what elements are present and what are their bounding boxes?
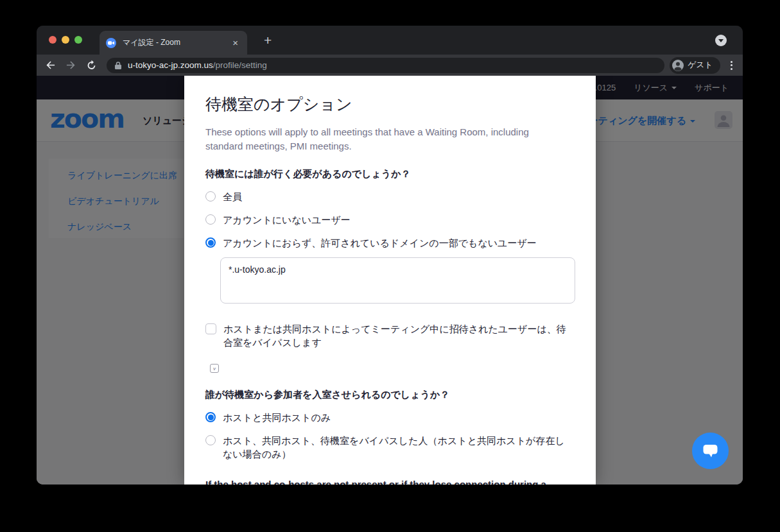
dialog-description: These options will apply to all meetings… — [205, 125, 555, 153]
radio-icon[interactable] — [205, 435, 216, 445]
radio-option-users-not-in-allowed-domains[interactable]: アカウントにおらず、許可されているドメインの一部でもないユーザー — [205, 236, 575, 250]
window-controls — [49, 36, 82, 44]
tab-title: マイ設定 - Zoom — [123, 37, 230, 48]
question-who-admits-participants: 誰が待機室から参加者を入室させられるのでしょうか？ — [205, 389, 575, 401]
radio-icon[interactable] — [205, 214, 216, 225]
checkbox-label: ホストまたは共同ホストによってミーティング中に招待されたユーザーは、待合室をバイ… — [223, 322, 575, 349]
radio-option-host-cohosts-bypassers[interactable]: ホスト、共同ホスト、待機室をバイパスした人（ホストと共同ホストが存在しない場合の… — [205, 434, 575, 461]
chat-bubble-icon — [702, 443, 718, 458]
address-bar[interactable]: u-tokyo-ac-jp.zoom.us/profile/setting — [107, 58, 664, 73]
url-path: /profile/setting — [213, 60, 267, 70]
guest-avatar-icon — [672, 60, 684, 71]
lock-icon — [114, 61, 122, 70]
tab-search-button[interactable] — [715, 35, 727, 46]
back-arrow-icon — [45, 60, 56, 71]
radio-label: 全員 — [223, 190, 242, 203]
browser-toolbar: u-tokyo-ac-jp.zoom.us/profile/setting ゲス… — [37, 55, 743, 76]
minimize-window-button[interactable] — [62, 36, 69, 44]
new-tab-button[interactable]: + — [260, 31, 275, 49]
radio-option-users-not-in-account[interactable]: アカウントにいないユーザー — [205, 213, 575, 227]
fullscreen-window-button[interactable] — [74, 36, 82, 44]
close-window-button[interactable] — [49, 36, 56, 44]
radio-option-host-and-cohosts-only[interactable]: ホストと共同ホストのみ — [205, 411, 575, 424]
reload-icon — [86, 60, 97, 71]
waiting-room-options-dialog: 待機室のオプション These options will apply to al… — [184, 76, 596, 485]
broken-image-icon: v — [210, 364, 219, 373]
tab-strip: マイ設定 - Zoom × + — [37, 26, 743, 55]
radio-label: ホスト、共同ホスト、待機室をバイパスした人（ホストと共同ホストが存在しない場合の… — [223, 434, 575, 461]
tab-close-icon[interactable]: × — [230, 37, 241, 49]
reload-button[interactable] — [81, 56, 101, 74]
radio-option-everyone[interactable]: 全員 — [205, 190, 575, 203]
zoom-favicon-icon — [106, 38, 116, 48]
radio-label: ホストと共同ホストのみ — [223, 411, 331, 424]
forward-arrow-icon — [65, 60, 76, 71]
page-content: 88.799.0125 リソース サポート zoom ソリューシ ミーティングを… — [37, 76, 743, 485]
bypass-waiting-room-checkbox-row[interactable]: ホストまたは共同ホストによってミーティング中に招待されたユーザーは、待合室をバイ… — [205, 322, 575, 349]
dialog-title: 待機室のオプション — [205, 94, 575, 115]
back-button[interactable] — [40, 56, 60, 74]
profile-chip[interactable]: ゲスト — [670, 57, 720, 74]
checkbox-icon[interactable] — [205, 323, 216, 334]
host-absent-heading: If the host and co-hosts are not present… — [205, 479, 575, 485]
radio-label: アカウントにいないユーザー — [223, 213, 351, 227]
allowed-domains-textarea[interactable]: *.u-tokyo.ac.jp — [220, 257, 575, 304]
url-text: u-tokyo-ac-jp.zoom.us/profile/setting — [128, 60, 267, 70]
radio-label: アカウントにおらず、許可されているドメインの一部でもないユーザー — [223, 236, 537, 250]
browser-menu-button[interactable] — [728, 58, 735, 73]
radio-icon[interactable] — [205, 412, 216, 422]
browser-tab[interactable]: マイ設定 - Zoom × — [100, 31, 247, 55]
chat-support-button[interactable] — [692, 433, 729, 469]
question-who-goes-to-waiting-room: 待機室には誰が行く必要があるのでしょうか？ — [205, 168, 575, 180]
browser-window: マイ設定 - Zoom × + u-tokyo-ac-jp.zoom.us/pr… — [37, 26, 743, 485]
forward-button[interactable] — [60, 56, 81, 74]
guest-label: ゲスト — [688, 60, 713, 71]
radio-icon[interactable] — [205, 191, 216, 202]
chevron-down-icon — [718, 39, 724, 42]
url-host: u-tokyo-ac-jp.zoom.us — [128, 60, 213, 70]
radio-icon[interactable] — [205, 237, 216, 248]
